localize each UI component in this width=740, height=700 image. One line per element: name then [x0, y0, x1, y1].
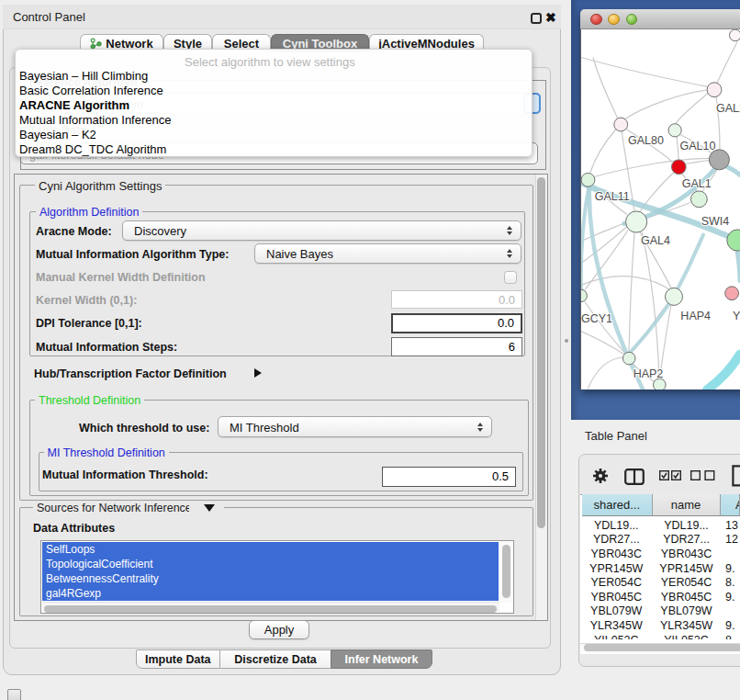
network-edge[interactable] [594, 158, 709, 176]
kernel-width-input[interactable]: 0.0 [391, 290, 522, 309]
network-node[interactable] [666, 288, 683, 305]
network-edge[interactable] [590, 129, 616, 172]
network-edge[interactable] [622, 89, 712, 120]
network-node-label: GAL10 [680, 139, 716, 152]
tab-impute-data[interactable]: Impute Data [136, 649, 221, 669]
network-node[interactable] [614, 118, 628, 131]
mi-steps-input[interactable]: 6 [391, 337, 522, 357]
table-row[interactable]: YDR27...YDR27...12 [580, 533, 740, 548]
table-row[interactable]: YER054CYER054C8. [580, 575, 740, 590]
zoom-traffic-light-icon[interactable] [626, 14, 638, 26]
close-traffic-light-icon[interactable] [590, 14, 602, 26]
mi-threshold-label: Mutual Information Threshold: [42, 469, 208, 481]
unchecked-pair-icon[interactable] [690, 470, 715, 480]
network-node[interactable] [626, 210, 647, 231]
table-row[interactable]: YLR345WYLR345W9. [580, 618, 740, 633]
attribute-item[interactable]: SelfLoops [42, 542, 499, 557]
network-node[interactable] [581, 173, 595, 186]
dpi-tolerance-input[interactable]: 0.0 [391, 313, 522, 333]
table-cell-shared: YLR345W [582, 618, 651, 633]
gear-icon[interactable] [592, 468, 609, 484]
network-node[interactable] [691, 190, 708, 207]
algorithm-option[interactable]: Mutual Information Inference [17, 113, 530, 128]
algorithm-option[interactable]: Basic Correlation Inference [17, 84, 530, 98]
table-cell-name: YER054C [653, 575, 721, 590]
network-edge[interactable] [581, 222, 625, 241]
manual-kernel-width-label: Manual Kernel Width Definition [36, 271, 206, 284]
aracne-mode-combobox[interactable]: Discovery [122, 220, 521, 241]
mi-algorithm-type-value: Naive Bayes [266, 246, 333, 260]
table-row[interactable]: YIL052CYIL052C8. [580, 633, 740, 639]
which-threshold-combobox[interactable]: MI Threshold [218, 416, 492, 437]
network-edge[interactable] [677, 136, 678, 159]
table-row[interactable]: YBR045CYBR045C9. [580, 590, 740, 604]
expand-arrow-icon[interactable] [254, 368, 262, 378]
attribute-item[interactable]: TopologicalCoefficient [42, 557, 499, 571]
attributes-hscrollbar-thumb[interactable] [44, 605, 497, 613]
network-node[interactable] [730, 29, 740, 41]
network-node[interactable] [668, 123, 681, 136]
table-cell-name: YBR045C [653, 590, 721, 604]
network-edge[interactable] [642, 231, 659, 377]
table-cell-value: 12 [725, 533, 740, 548]
manual-kernel-width-checkbox[interactable] [504, 271, 517, 284]
application-screen: Control Panel ✖ Network Style Select Cyn… [0, 0, 740, 700]
table-hscrollbar-thumb[interactable] [584, 644, 740, 651]
mi-algorithm-type-label: Mutual Information Algorithm Type: [36, 248, 229, 261]
algorithm-option[interactable]: Dream8 DC_TDC Algorithm [17, 142, 530, 157]
network-edge[interactable] [581, 57, 713, 87]
network-edge[interactable] [581, 226, 627, 263]
network-node[interactable] [707, 82, 722, 96]
network-node[interactable] [725, 286, 739, 299]
minimize-traffic-light-icon[interactable] [608, 14, 620, 26]
network-node[interactable] [622, 352, 635, 365]
table-body: YDL19...YDL19...13YDR27...YDR27...12YBR0… [580, 516, 740, 639]
table-row[interactable]: YPR145WYPR145W9. [580, 561, 740, 576]
tab-discretize-data[interactable]: Discretize Data [220, 649, 331, 669]
algorithm-option[interactable]: ARACNE Algorithm [17, 98, 530, 113]
network-edge[interactable] [588, 356, 624, 389]
attributes-vscrollbar-thumb[interactable] [502, 545, 510, 598]
network-edge[interactable] [629, 232, 634, 351]
attribute-item[interactable]: BetweennessCentrality [42, 571, 499, 586]
network-node[interactable] [581, 289, 587, 302]
network-edge-thick[interactable] [707, 354, 740, 390]
network-edge[interactable] [585, 301, 625, 353]
algorithm-option[interactable]: Bayesian – Hill Climbing [17, 69, 530, 84]
network-node[interactable] [709, 149, 729, 169]
network-node[interactable] [672, 159, 687, 174]
column-header-shared-name[interactable]: shared... [582, 494, 653, 516]
data-attributes-list[interactable]: SelfLoopsTopologicalCoefficientBetweenne… [40, 540, 514, 614]
split-pane-handle[interactable] [565, 339, 568, 343]
table-row[interactable]: YBL079WYBL079W [580, 604, 740, 619]
algorithm-option[interactable]: Bayesian – K2 [17, 128, 530, 142]
float-window-icon[interactable] [531, 13, 542, 24]
close-icon[interactable]: ✖ [545, 11, 557, 25]
table-row[interactable]: YDL19...YDL19...13 [580, 518, 740, 533]
checked-pair-icon[interactable] [659, 470, 681, 480]
network-edge[interactable] [716, 41, 737, 85]
document-icon[interactable] [732, 465, 740, 487]
settings-scrollbar-thumb[interactable] [537, 177, 545, 528]
network-window-titlebar[interactable] [580, 9, 740, 29]
tab-infer-network[interactable]: Infer Network [331, 649, 432, 669]
network-canvas[interactable]: GAL2GAL80GAL10GAL1GAL11SWI4GAL4GCY1HAP4Y… [581, 29, 740, 390]
mi-algorithm-type-combobox[interactable]: Naive Bayes [254, 243, 521, 264]
control-panel-titlebar[interactable] [3, 5, 561, 29]
collapse-arrow-icon[interactable] [204, 504, 215, 512]
network-node[interactable] [727, 229, 740, 250]
network-edge[interactable] [581, 276, 671, 290]
network-edge[interactable] [686, 160, 709, 164]
column-header-name[interactable]: name [653, 494, 721, 516]
table-cell-value: 9. [725, 561, 740, 576]
table-row[interactable]: YBR043CYBR043C [580, 547, 740, 561]
attribute-item[interactable]: gal4RGexp [42, 586, 499, 601]
network-edge[interactable] [676, 93, 708, 123]
network-edge-thick[interactable] [725, 165, 740, 175]
minimized-window-icon[interactable] [7, 689, 21, 700]
mi-threshold-input[interactable]: 0.5 [382, 467, 516, 488]
network-edge-thick[interactable] [626, 234, 703, 356]
split-columns-icon[interactable] [624, 469, 645, 485]
apply-button[interactable]: Apply [249, 620, 309, 639]
column-header-aspl[interactable]: AverageShortestPathLength [721, 494, 740, 516]
